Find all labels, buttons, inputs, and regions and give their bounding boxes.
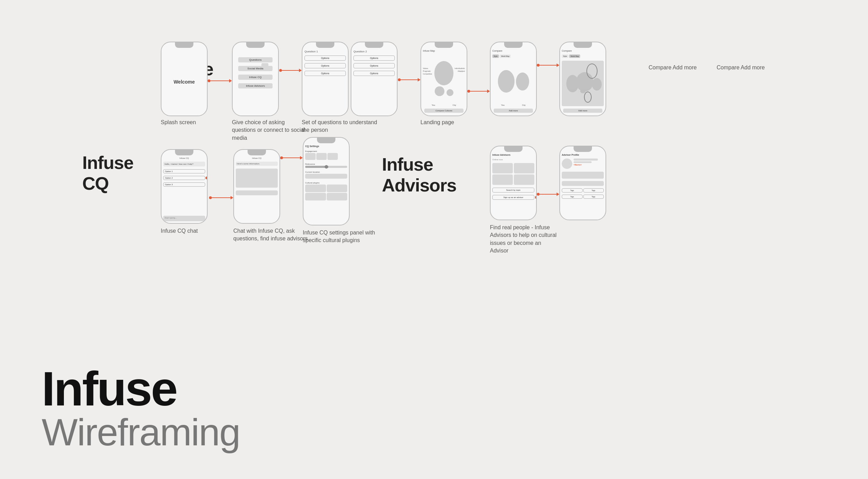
phone-q2: Question 2 Options Options Options: [351, 42, 398, 116]
arrow-line-cq2: [283, 157, 300, 158]
arrow-dot-cq2: [280, 156, 283, 159]
welcome-label: Welcome: [174, 79, 195, 85]
phone-notch: [175, 42, 193, 48]
oval-small-1: [435, 86, 444, 96]
compare-cultures-btn[interactable]: Compare Cultures: [424, 109, 464, 113]
relevance-slider[interactable]: [305, 166, 347, 168]
cq-small-block: [236, 190, 278, 195]
compare-label-2: Compare: [562, 50, 604, 52]
relevance-handle[interactable]: [325, 165, 328, 169]
arrow-3: [398, 78, 420, 82]
arrow-dot-2: [279, 69, 282, 72]
arrow-head-4: [487, 89, 490, 93]
phone-notch-9: [248, 150, 266, 155]
cq-info-text: Here's some information.: [236, 162, 278, 166]
phone-inner-6: Compare Style World Map You City Add mor…: [491, 48, 536, 116]
cq-location: Current location: [305, 171, 347, 179]
profile-content-1: [562, 172, 604, 179]
cq-input[interactable]: Start typing...: [163, 216, 205, 221]
arrow-head: [229, 79, 232, 83]
wf-icon: [261, 63, 268, 68]
phone-inner-9: Infuse CQ Here's some information.: [234, 155, 279, 223]
phone-cq-info: Infuse CQ Here's some information.: [233, 149, 280, 224]
location-input[interactable]: [305, 174, 347, 179]
plugin-grid: [305, 185, 347, 200]
profile-header: <Name>: [562, 159, 604, 169]
add-more-btn-1[interactable]: Add more: [494, 109, 533, 113]
profile-avatar: [562, 159, 572, 169]
arrow-line-2: [282, 70, 299, 71]
tag-2: Tags: [583, 188, 604, 193]
cq-hello: Hello, <name> how can I help?: [163, 162, 205, 166]
landing-labels-right: Individualistic Adaptjust: [454, 67, 465, 72]
q1-label: Question 1: [304, 50, 346, 53]
profile-sub-line: [574, 161, 592, 163]
world-map: [562, 61, 604, 106]
caption-cq-chat: Infuse CQ chat: [161, 227, 198, 235]
phone-notch-2: [246, 42, 264, 48]
advisor-grid: [492, 163, 534, 185]
engagement-blocks: [305, 153, 347, 160]
arrow-dot-5: [537, 64, 540, 67]
caption-cq-settings: Infuse CQ settings panel with specific c…: [303, 229, 379, 245]
tab2-world: World Map: [569, 54, 580, 58]
caption-compare1: Compare Add more: [649, 64, 697, 71]
section-title-infuse-advisors: Infuse Advisors: [382, 154, 457, 196]
phone-compare2: Compare Style World Map Add more: [559, 42, 606, 116]
arrow-head-cq2: [300, 156, 303, 160]
arrow-cq-2: [280, 156, 303, 160]
signup-btn[interactable]: Sign up as an advisor: [492, 195, 534, 200]
compare-tabs: Style World Map: [492, 54, 534, 58]
phone-notch-11: [504, 146, 522, 152]
advisors-title: Infuse Advisors: [492, 154, 534, 156]
phone-notch-4: [365, 42, 383, 48]
q2-opt1: Options: [353, 55, 395, 61]
signup-row: Sign up as an advisor: [492, 195, 534, 200]
caption-compare2: Compare Add more: [717, 64, 765, 71]
brand-wireframing: Wireframing: [42, 413, 240, 451]
tab-world: World Map: [500, 54, 511, 58]
phone-inner-12: Advisor Profile <Name> Tags Tags Tags T: [560, 152, 606, 220]
arrow-4: [467, 89, 490, 93]
profile-info: <Name>: [574, 159, 604, 166]
svg-point-2: [592, 78, 602, 91]
arrow-cq-1: [209, 196, 233, 199]
q2-opt3: Options: [353, 71, 395, 76]
world-map-svg: [562, 70, 604, 97]
add-more-btn-2[interactable]: Add more: [563, 109, 602, 113]
phone-cq-chat: Infuse CQ Hello, <name> how can I help? …: [161, 149, 208, 224]
cq-content-block: [236, 169, 278, 188]
arrow-head-2: [299, 69, 302, 72]
map-oval-2: [584, 92, 592, 103]
arrow-dot-3: [398, 78, 401, 81]
svg-point-3: [580, 89, 586, 93]
arrow-line-adv1: [540, 194, 557, 195]
btn-cq: Infuse CQ: [238, 75, 273, 80]
q1-opt2: Options: [304, 63, 346, 68]
phone-inner-8: Infuse CQ Hello, <name> how can I help? …: [161, 155, 207, 223]
phone-notch-8: [175, 150, 193, 155]
cq-engagement: Engagement: [305, 150, 347, 160]
search-topic-btn[interactable]: Search by topic: [492, 188, 534, 193]
infuse-map-title: Infuse Map: [423, 50, 465, 52]
arrow-line-5: [540, 65, 557, 66]
caption-cq-info: Chat with Infuse CQ, ask questions, find…: [233, 227, 310, 243]
oval-small-2: [446, 89, 453, 96]
caption-question-set: Set of questions to understand the perso…: [302, 119, 378, 134]
oval-main: [434, 61, 453, 85]
phone-notch-12: [574, 146, 592, 152]
cq-dot: [206, 177, 208, 179]
q2-label: Question 2: [353, 50, 395, 53]
phone-notch-10: [317, 138, 335, 143]
brand-title: Infuse Wireframing: [42, 365, 240, 451]
phone-inner-3: Question 1 Options Options Options: [302, 48, 348, 116]
name-placeholder: <Name>: [574, 164, 604, 166]
cq-plugins: Cultural plugins: [305, 182, 347, 200]
q1-opt3: Options: [304, 71, 346, 76]
arrow-2: [279, 69, 302, 72]
compare-tabs-2: Style World Map: [562, 54, 604, 58]
phone-inner-10: CQ Settings Engagement Relevance: [303, 143, 349, 225]
q1-opt1: Options: [304, 55, 346, 61]
tab2-style: Style: [562, 54, 568, 58]
cq-opt1: Option 1: [163, 169, 205, 173]
